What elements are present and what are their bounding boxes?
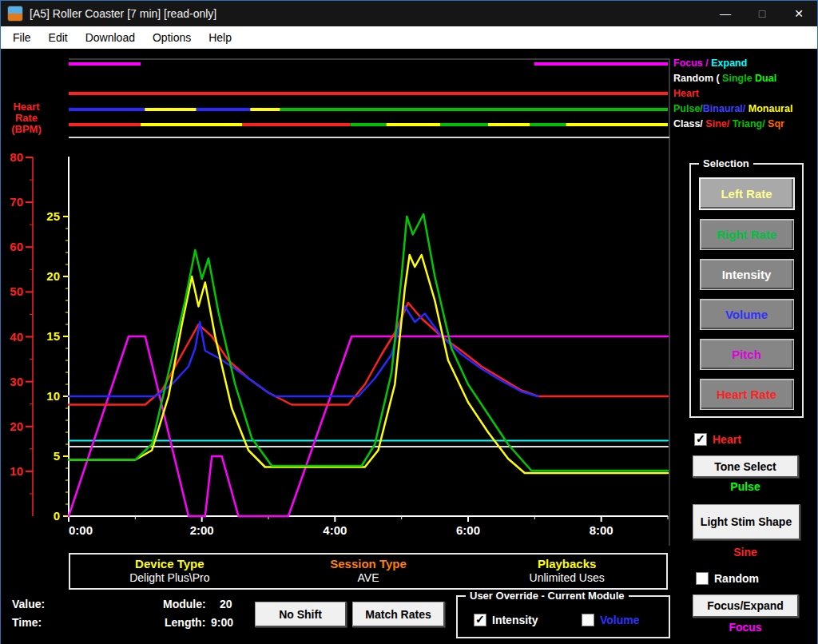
svg-text:20: 20 [10,419,23,433]
length-value: 9:00 [211,616,233,629]
intensity-checkbox[interactable] [474,614,486,626]
selection-button-intensity[interactable]: Intensity [700,259,794,290]
module-label: Module: [163,598,206,610]
maximize-button[interactable]: □ [744,1,780,26]
heart-checkbox-row[interactable]: Heart [694,433,741,446]
legend: Focus / ExpandRandom ( Single DualHeartP… [673,56,817,132]
length-label: Length: [165,616,205,629]
svg-text:8:00: 8:00 [590,523,614,537]
svg-text:0: 0 [54,509,60,523]
heart-checkbox[interactable] [694,433,707,446]
random-checkbox-row[interactable]: Random [696,572,759,585]
time-label: Time: [12,616,42,629]
random-checkbox-label: Random [714,572,759,585]
intensity-checkbox-row[interactable]: Intensity [474,614,538,626]
series-right-rate [69,214,668,471]
volume-checkbox-label: Volume [600,614,640,626]
user-override-group: User Override - Current Module Intensity… [456,595,670,638]
svg-text:2:00: 2:00 [190,523,214,537]
match-rates-button[interactable]: Match Rates [352,602,445,627]
svg-text:40: 40 [10,330,23,344]
selection-button-left-rate[interactable]: Left Rate [699,177,795,210]
menu-help[interactable]: Help [200,26,240,49]
playbacks-header: Playbacks [467,557,666,570]
legend-row: Random ( Single Dual [673,71,817,86]
minimize-button[interactable]: — [707,1,744,26]
legend-row: Focus / Expand [673,56,817,71]
window-title: [A5] Roller Coaster [7 min] [read-only] [30,7,216,20]
value-label: Value: [12,598,45,610]
light-stim-shape-button[interactable]: Light Stim Shape [693,504,800,540]
svg-text:20: 20 [46,269,60,283]
legend-row: Heart [673,86,817,101]
sine-status-label: Sine [689,546,801,559]
volume-checkbox[interactable] [582,614,594,626]
svg-text:4:00: 4:00 [323,523,347,537]
title-bar: [A5] Roller Coaster [7 min] [read-only] … [1,1,817,26]
app-window: [A5] Roller Coaster [7 min] [read-only] … [0,0,818,644]
device-type-value: Delight Plus\Pro [70,571,269,584]
focus-expand-button[interactable]: Focus/Expand [693,594,799,618]
device-type-header: Device Type [70,557,269,570]
svg-text:25: 25 [46,209,60,223]
menu-bar: FileEditDownloadOptionsHelp [1,26,817,49]
svg-text:30: 30 [10,375,23,388]
heart-rate-axis-title: Heart Rate (BPM) [4,101,49,135]
selection-button-pitch[interactable]: Pitch [700,339,794,370]
pulse-status-label: Pulse [689,480,801,493]
selection-buttons: Left RateRight RateIntensityVolumePitchH… [691,165,802,410]
volume-checkbox-row[interactable]: Volume [582,614,640,626]
close-button[interactable]: ✕ [780,1,817,26]
legend-row: Class/ Sine/ Triang/ Sqr [673,117,817,132]
playbacks-column: Playbacks Unlimited Uses [467,555,666,588]
selection-button-volume[interactable]: Volume [700,299,794,330]
user-override-title: User Override - Current Module [466,590,629,602]
intensity-checkbox-label: Intensity [492,614,538,626]
session-type-column: Session Type AVE [269,555,468,588]
playbacks-value: Unlimited Uses [467,571,666,584]
focus-status-label: Focus [689,621,801,634]
menu-download[interactable]: Download [77,26,144,49]
svg-text:80: 80 [10,150,23,164]
random-checkbox[interactable] [696,572,709,585]
selection-panel-title: Selection [699,157,753,169]
info-panel: Device Type Delight Plus\Pro Session Typ… [69,553,668,590]
tone-select-button[interactable]: Tone Select [693,455,799,478]
session-type-value: AVE [269,571,468,584]
svg-text:60: 60 [10,240,23,253]
svg-text:50: 50 [10,284,23,298]
svg-text:10: 10 [10,464,23,478]
no-shift-button[interactable]: No Shift [255,602,347,627]
svg-text:10: 10 [46,389,60,403]
heart-checkbox-label: Heart [713,433,741,446]
main-content: 05101520250:002:004:006:008:001020304050… [1,49,817,644]
selection-panel: Selection Left RateRight RateIntensityVo… [689,163,804,418]
session-type-header: Session Type [269,557,468,570]
menu-options[interactable]: Options [144,26,200,49]
svg-text:6:00: 6:00 [456,523,480,537]
svg-text:0:00: 0:00 [69,523,93,537]
svg-text:15: 15 [46,329,60,343]
device-type-column: Device Type Delight Plus\Pro [70,555,269,588]
svg-text:70: 70 [10,195,23,209]
app-icon [7,6,23,22]
menu-file[interactable]: File [4,26,40,49]
svg-text:5: 5 [54,449,60,463]
menu-edit[interactable]: Edit [40,26,77,49]
selection-button-right-rate[interactable]: Right Rate [700,219,794,250]
legend-row: Pulse/Binaural/ Monaural [673,101,817,117]
selection-button-heart-rate[interactable]: Heart Rate [700,379,794,410]
module-value: 20 [220,598,232,610]
